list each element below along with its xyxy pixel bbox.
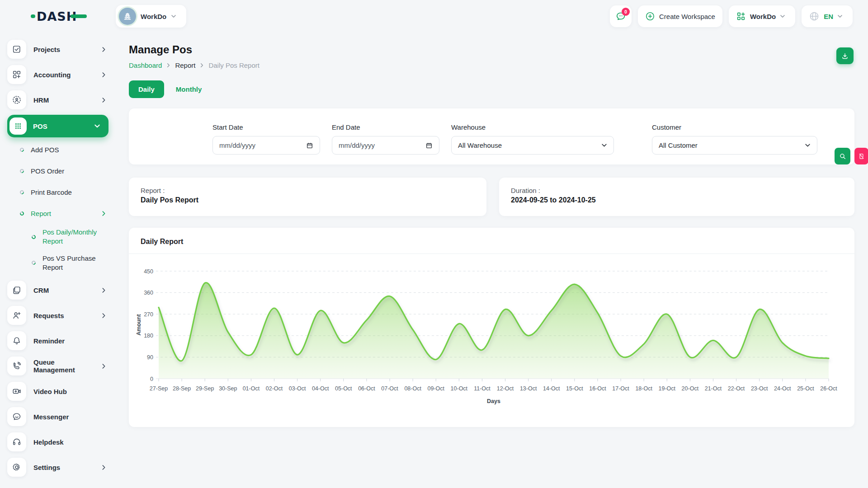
chevron-right-icon (101, 72, 107, 78)
tab-daily[interactable]: Daily (129, 80, 164, 98)
svg-text:19-Oct: 19-Oct (659, 385, 676, 392)
sidebar-item-label: Accounting (33, 71, 94, 79)
start-date-input[interactable]: mm/dd/yyyy (212, 136, 320, 155)
svg-text:28-Sep: 28-Sep (173, 385, 191, 392)
svg-text:26-Oct: 26-Oct (820, 385, 837, 392)
app-logo[interactable]: DASH (0, 9, 116, 24)
bullet-icon (31, 260, 37, 266)
sidebar-item-label: Settings (33, 464, 94, 471)
report-period-tabs: Daily Monthly (129, 80, 854, 98)
pos-dots-grid-icon (9, 117, 27, 135)
sidebar-item-reminder[interactable]: Reminder (7, 330, 109, 351)
chevron-right-icon (101, 313, 107, 319)
sidebar-item-label: Pos Daily/Monthly Report (42, 228, 100, 246)
tab-monthly[interactable]: Monthly (176, 85, 202, 93)
sidebar-item-label: HRM (33, 96, 94, 104)
bullet-icon (31, 234, 37, 240)
chevron-right-icon (101, 97, 107, 103)
svg-text:08-Oct: 08-Oct (404, 385, 421, 392)
grid-plus-icon (736, 11, 746, 21)
end-date-input[interactable]: mm/dd/yyyy (332, 136, 439, 155)
customer-select[interactable]: All Customer (652, 136, 817, 155)
sidebar-item-pos[interactable]: POS (7, 115, 108, 137)
messages-button[interactable]: 0 (610, 5, 632, 27)
sidebar-item-requests[interactable]: Requests (7, 305, 109, 326)
svg-text:17-Oct: 17-Oct (612, 385, 629, 392)
sidebar-item-projects[interactable]: Projects (7, 39, 109, 60)
download-icon (841, 52, 849, 60)
chevron-right-icon (199, 63, 204, 68)
language-label: EN (824, 13, 833, 20)
sidebar-item-report[interactable]: Report (20, 206, 109, 220)
sidebar-item-label: POS Order (31, 167, 109, 175)
chevron-right-icon (101, 287, 107, 293)
download-report-button[interactable] (836, 47, 854, 64)
bullet-icon (19, 168, 25, 174)
duration-value: 2024-09-25 to 2024-10-25 (511, 196, 843, 204)
page-title: Manage Pos (129, 43, 854, 56)
customer-selected-value: All Customer (659, 141, 698, 149)
sidebar-item-queue-management[interactable]: Queue Management (7, 356, 109, 376)
svg-text:90: 90 (147, 354, 153, 361)
sidebar-item-label: POS (33, 122, 88, 130)
chevron-down-icon (171, 14, 176, 19)
chevron-right-icon (101, 211, 107, 216)
calendar-icon (306, 142, 313, 149)
sidebar-item-hrm[interactable]: HRM (7, 89, 109, 110)
sidebar-item-print-barcode[interactable]: Print Barcode (20, 185, 109, 199)
sidebar-item-video-hub[interactable]: Video Hub (7, 381, 109, 402)
sidebar-item-pos-order[interactable]: POS Order (20, 164, 109, 178)
daily-report-chart-card: Daily Report 09018027036045027-Sep (129, 228, 854, 427)
workspace-switcher[interactable]: WorkDo (729, 5, 795, 27)
workspace-selector[interactable]: WorkDo (116, 5, 186, 28)
end-date-placeholder: mm/dd/yyyy (339, 141, 375, 149)
sidebar-item-settings[interactable]: Settings (7, 457, 109, 478)
reset-filter-button[interactable] (854, 148, 868, 164)
sidebar-item-label: Pos VS Purchase Report (42, 254, 100, 272)
headphones-icon (7, 432, 26, 451)
messages-count-badge: 0 (622, 8, 630, 16)
sidebar-item-messenger[interactable]: Messenger (7, 406, 109, 427)
sidebar-item-label: Messenger (33, 413, 109, 421)
svg-text:09-Oct: 09-Oct (427, 385, 444, 392)
breadcrumb-report-link[interactable]: Report (175, 61, 195, 69)
sidebar-item-label: Reminder (33, 337, 109, 345)
apply-filter-button[interactable] (835, 148, 850, 164)
user-plus-icon (7, 306, 26, 325)
svg-text:03-Oct: 03-Oct (289, 385, 306, 392)
video-camera-icon (7, 382, 26, 401)
svg-text:16-Oct: 16-Oct (589, 385, 606, 392)
sidebar-item-pos-vs-purchase-report[interactable]: Pos VS Purchase Report (32, 254, 109, 272)
warehouse-select[interactable]: All Warehouse (451, 136, 614, 155)
sidebar: Projects Accounting HRM POS Add POS POS … (0, 33, 116, 488)
svg-text:270: 270 (144, 311, 153, 318)
svg-text:05-Oct: 05-Oct (335, 385, 352, 392)
chevron-down-icon (780, 14, 785, 19)
crm-window-icon (7, 281, 26, 300)
sidebar-item-helpdesk[interactable]: Helpdesk (7, 432, 109, 452)
globe-icon (809, 11, 820, 22)
chevron-down-icon (94, 123, 100, 129)
svg-text:Amount: Amount (136, 314, 142, 336)
sidebar-item-pos-daily-monthly-report[interactable]: Pos Daily/Monthly Report (32, 228, 109, 246)
bullet-icon (19, 211, 25, 216)
hrm-person-icon (7, 90, 26, 109)
chevron-right-icon (101, 363, 107, 369)
bell-icon (7, 331, 26, 350)
customer-label: Customer (652, 123, 817, 131)
bullet-icon (19, 189, 25, 195)
sidebar-item-accounting[interactable]: Accounting (7, 64, 109, 85)
duration-summary-card: Duration : 2024-09-25 to 2024-10-25 (499, 178, 854, 216)
sidebar-item-label: Queue Management (33, 358, 94, 374)
language-selector[interactable]: EN (802, 5, 853, 27)
breadcrumb-current: Daily Pos Report (208, 61, 259, 69)
sidebar-item-add-pos[interactable]: Add POS (20, 143, 109, 156)
bullet-icon (19, 147, 25, 153)
create-workspace-button[interactable]: Create Workspace (638, 5, 722, 27)
breadcrumb-dashboard-link[interactable]: Dashboard (129, 61, 162, 69)
sidebar-item-crm[interactable]: CRM (7, 280, 109, 300)
sidebar-item-label: Print Barcode (31, 188, 109, 196)
svg-text:02-Oct: 02-Oct (266, 385, 283, 392)
chevron-right-icon (101, 465, 107, 470)
filter-card: Start Date mm/dd/yyyy End Date mm/dd/yyy… (129, 108, 854, 164)
